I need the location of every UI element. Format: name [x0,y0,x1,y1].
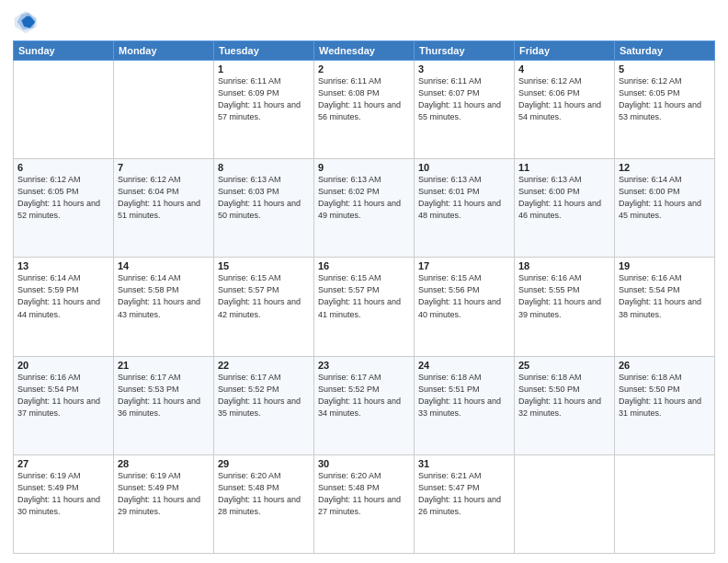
calendar-cell: 12Sunrise: 6:14 AMSunset: 6:00 PMDayligh… [615,159,715,258]
calendar-cell: 7Sunrise: 6:12 AMSunset: 6:04 PMDaylight… [114,159,214,258]
calendar-cell [615,454,715,553]
day-info: Sunrise: 6:16 AMSunset: 5:54 PMDaylight:… [17,372,109,419]
day-number: 19 [619,260,711,271]
calendar-cell [114,61,214,159]
calendar-body: 1Sunrise: 6:11 AMSunset: 6:09 PMDaylight… [14,61,715,554]
day-info: Sunrise: 6:11 AMSunset: 6:07 PMDaylight:… [418,75,510,123]
calendar-week-5: 27Sunrise: 6:19 AMSunset: 5:49 PMDayligh… [14,454,715,553]
calendar-cell: 17Sunrise: 6:15 AMSunset: 5:56 PMDayligh… [415,258,515,356]
calendar-cell: 11Sunrise: 6:13 AMSunset: 6:00 PMDayligh… [515,159,615,258]
day-info: Sunrise: 6:19 AMSunset: 5:49 PMDaylight:… [118,470,210,518]
header [13,9,715,35]
weekday-header-wednesday: Wednesday [314,41,415,61]
day-info: Sunrise: 6:20 AMSunset: 5:48 PMDaylight:… [318,470,410,518]
day-number: 15 [218,260,310,271]
calendar-cell: 4Sunrise: 6:12 AMSunset: 6:06 PMDaylight… [515,61,615,159]
day-info: Sunrise: 6:17 AMSunset: 5:53 PMDaylight:… [118,372,210,419]
calendar-week-3: 13Sunrise: 6:14 AMSunset: 5:59 PMDayligh… [14,258,715,356]
calendar-cell: 13Sunrise: 6:14 AMSunset: 5:59 PMDayligh… [14,258,114,356]
calendar-cell: 31Sunrise: 6:21 AMSunset: 5:47 PMDayligh… [415,454,515,553]
calendar-cell: 15Sunrise: 6:15 AMSunset: 5:57 PMDayligh… [214,258,314,356]
day-number: 13 [17,260,109,271]
day-number: 6 [17,162,109,173]
day-info: Sunrise: 6:12 AMSunset: 6:06 PMDaylight:… [518,75,610,123]
calendar-cell: 25Sunrise: 6:18 AMSunset: 5:50 PMDayligh… [515,356,615,454]
calendar-cell: 29Sunrise: 6:20 AMSunset: 5:48 PMDayligh… [214,454,314,553]
day-number: 25 [518,360,610,371]
day-number: 10 [418,162,510,173]
calendar-cell: 6Sunrise: 6:12 AMSunset: 6:05 PMDaylight… [14,159,114,258]
calendar-week-1: 1Sunrise: 6:11 AMSunset: 6:09 PMDaylight… [14,61,715,159]
calendar-cell: 14Sunrise: 6:14 AMSunset: 5:58 PMDayligh… [114,258,214,356]
calendar-cell: 2Sunrise: 6:11 AMSunset: 6:08 PMDaylight… [314,61,415,159]
day-number: 27 [17,458,109,469]
day-info: Sunrise: 6:13 AMSunset: 6:03 PMDaylight:… [218,174,310,222]
day-info: Sunrise: 6:19 AMSunset: 5:49 PMDaylight:… [17,470,109,518]
day-info: Sunrise: 6:14 AMSunset: 5:59 PMDaylight:… [17,272,109,320]
day-info: Sunrise: 6:20 AMSunset: 5:48 PMDaylight:… [218,470,310,518]
day-info: Sunrise: 6:11 AMSunset: 6:09 PMDaylight:… [218,75,310,123]
weekday-header-friday: Friday [515,41,615,61]
weekday-header-row: SundayMondayTuesdayWednesdayThursdayFrid… [14,41,715,61]
day-number: 4 [518,63,610,75]
day-number: 23 [318,360,410,371]
day-info: Sunrise: 6:13 AMSunset: 6:00 PMDaylight:… [518,174,610,222]
day-number: 7 [118,162,210,173]
day-number: 2 [318,63,410,75]
calendar-table: SundayMondayTuesdayWednesdayThursdayFrid… [13,40,715,554]
weekday-header-thursday: Thursday [415,41,515,61]
day-info: Sunrise: 6:15 AMSunset: 5:57 PMDaylight:… [218,272,310,320]
logo [13,9,42,35]
day-info: Sunrise: 6:21 AMSunset: 5:47 PMDaylight:… [418,470,510,518]
day-number: 18 [518,260,610,271]
day-number: 22 [218,360,310,371]
calendar-header: SundayMondayTuesdayWednesdayThursdayFrid… [14,41,715,61]
day-number: 21 [118,360,210,371]
day-info: Sunrise: 6:12 AMSunset: 6:05 PMDaylight:… [619,75,711,123]
day-number: 1 [218,63,310,75]
day-number: 31 [418,458,510,469]
calendar-cell: 26Sunrise: 6:18 AMSunset: 5:50 PMDayligh… [615,356,715,454]
weekday-header-tuesday: Tuesday [214,41,314,61]
day-info: Sunrise: 6:12 AMSunset: 6:04 PMDaylight:… [118,174,210,222]
day-number: 3 [418,63,510,75]
day-info: Sunrise: 6:13 AMSunset: 6:01 PMDaylight:… [418,174,510,222]
day-number: 20 [17,360,109,371]
day-info: Sunrise: 6:15 AMSunset: 5:57 PMDaylight:… [318,272,410,320]
day-number: 16 [318,260,410,271]
calendar-cell: 19Sunrise: 6:16 AMSunset: 5:54 PMDayligh… [615,258,715,356]
day-number: 11 [518,162,610,173]
day-number: 9 [318,162,410,173]
calendar-cell: 24Sunrise: 6:18 AMSunset: 5:51 PMDayligh… [415,356,515,454]
calendar-cell: 28Sunrise: 6:19 AMSunset: 5:49 PMDayligh… [114,454,214,553]
calendar-cell [515,454,615,553]
day-info: Sunrise: 6:18 AMSunset: 5:51 PMDaylight:… [418,372,510,419]
day-number: 28 [118,458,210,469]
day-number: 29 [218,458,310,469]
day-number: 5 [619,63,711,75]
calendar-cell: 16Sunrise: 6:15 AMSunset: 5:57 PMDayligh… [314,258,415,356]
day-info: Sunrise: 6:17 AMSunset: 5:52 PMDaylight:… [318,372,410,419]
calendar-cell: 8Sunrise: 6:13 AMSunset: 6:03 PMDaylight… [214,159,314,258]
calendar-cell [14,61,114,159]
calendar-cell: 1Sunrise: 6:11 AMSunset: 6:09 PMDaylight… [214,61,314,159]
day-info: Sunrise: 6:14 AMSunset: 6:00 PMDaylight:… [619,174,711,222]
day-number: 8 [218,162,310,173]
day-info: Sunrise: 6:12 AMSunset: 6:05 PMDaylight:… [17,174,109,222]
calendar-cell: 22Sunrise: 6:17 AMSunset: 5:52 PMDayligh… [214,356,314,454]
weekday-header-saturday: Saturday [615,41,715,61]
day-info: Sunrise: 6:18 AMSunset: 5:50 PMDaylight:… [518,372,610,419]
day-number: 26 [619,360,711,371]
calendar-cell: 3Sunrise: 6:11 AMSunset: 6:07 PMDaylight… [415,61,515,159]
calendar-cell: 5Sunrise: 6:12 AMSunset: 6:05 PMDaylight… [615,61,715,159]
calendar-cell: 9Sunrise: 6:13 AMSunset: 6:02 PMDaylight… [314,159,415,258]
calendar-cell: 10Sunrise: 6:13 AMSunset: 6:01 PMDayligh… [415,159,515,258]
weekday-header-sunday: Sunday [14,41,114,61]
calendar-cell: 20Sunrise: 6:16 AMSunset: 5:54 PMDayligh… [14,356,114,454]
calendar-cell: 27Sunrise: 6:19 AMSunset: 5:49 PMDayligh… [14,454,114,553]
day-number: 17 [418,260,510,271]
calendar-week-2: 6Sunrise: 6:12 AMSunset: 6:05 PMDaylight… [14,159,715,258]
day-number: 24 [418,360,510,371]
calendar-cell: 30Sunrise: 6:20 AMSunset: 5:48 PMDayligh… [314,454,415,553]
logo-icon [13,9,39,35]
